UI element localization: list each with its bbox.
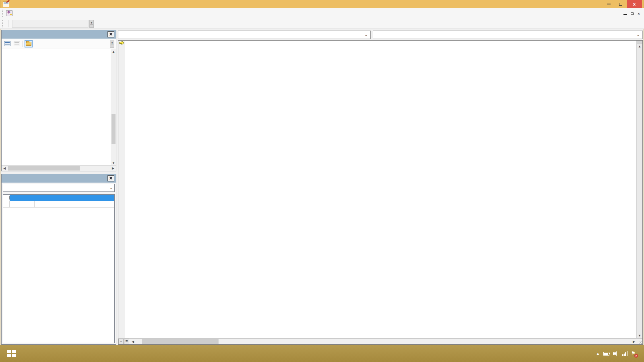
volume-icon[interactable] <box>613 351 619 356</box>
project-tree-vertical-scrollbar[interactable]: ▲ ▼ <box>111 49 116 165</box>
scroll-right-icon[interactable]: ▶ <box>110 167 116 170</box>
network-icon[interactable] <box>622 351 627 356</box>
vba-editor-window: x ✕ ▾— ✕ <box>0 0 644 362</box>
view-code-icon[interactable] <box>3 40 11 47</box>
scrollbar-thumb[interactable] <box>111 114 116 144</box>
system-tray: ▲ <box>596 345 644 362</box>
code-editor[interactable] <box>125 41 636 338</box>
view-object-icon[interactable] <box>13 40 21 47</box>
full-module-view-icon[interactable]: ☰ <box>124 339 129 344</box>
code-horizontal-scrollbar[interactable]: ◀ ▶ <box>130 339 637 344</box>
action-center-flag-icon[interactable] <box>631 351 636 356</box>
menubar-grip[interactable] <box>2 10 4 17</box>
project-panel-close-icon[interactable]: ✕ <box>107 31 114 37</box>
battery-icon[interactable] <box>603 352 609 356</box>
code-window-icon[interactable] <box>6 10 12 16</box>
scrollbar-thumb[interactable] <box>142 339 219 344</box>
menu-bar: ✕ <box>0 8 644 19</box>
toolbar-grip[interactable] <box>2 20 4 27</box>
project-tree <box>2 49 111 165</box>
project-tree-horizontal-scrollbar[interactable]: ◀ ▶ <box>2 165 116 171</box>
main-area: ✕ ▾— ▲ ▼ ◀ <box>0 29 644 345</box>
procedure-combobox[interactable]: ⌄ <box>373 31 643 39</box>
margin-indicator-bar[interactable] <box>118 41 125 338</box>
chevron-down-icon: ⌄ <box>109 186 113 190</box>
properties-grid: − <box>3 194 115 343</box>
start-button[interactable] <box>0 345 23 362</box>
toolbar-overflow-button[interactable]: ▾— <box>89 20 94 28</box>
project-toolbar-overflow-button[interactable]: ▾— <box>110 40 114 48</box>
properties-panel: ✕ ⌄ − <box>1 174 116 345</box>
titlebar: x <box>0 0 644 8</box>
vbe-app-icon <box>3 2 9 7</box>
split-handle[interactable] <box>637 41 642 43</box>
standard-toolbar: ▾— <box>0 19 644 29</box>
resize-grip <box>637 339 642 344</box>
toggle-folders-icon[interactable] <box>25 40 33 47</box>
category-header[interactable] <box>10 195 114 201</box>
minimize-button[interactable] <box>603 0 615 8</box>
left-dock: ✕ ▾— ▲ ▼ ◀ <box>0 29 116 345</box>
project-panel-toolbar: ▾— <box>2 39 116 49</box>
code-pane: ⌄ ⌄ ▲ <box>116 29 644 345</box>
docked-empty-toolbar <box>12 20 89 28</box>
restore-button[interactable] <box>615 0 627 8</box>
property-value[interactable] <box>35 201 114 207</box>
child-minimize-button[interactable] <box>623 11 627 16</box>
property-row[interactable] <box>3 201 114 208</box>
scroll-right-icon[interactable]: ▶ <box>631 340 637 343</box>
tray-expand-icon[interactable]: ▲ <box>596 352 600 356</box>
property-name <box>10 201 35 207</box>
project-explorer-panel: ✕ ▾— ▲ ▼ ◀ <box>1 30 116 171</box>
windows-logo-icon <box>7 350 16 357</box>
scrollbar-thumb[interactable] <box>8 166 80 171</box>
scroll-left-icon[interactable]: ◀ <box>130 340 136 343</box>
windows-taskbar: ▲ <box>0 345 644 362</box>
scroll-up-icon[interactable]: ▲ <box>637 43 642 49</box>
object-selector-combobox[interactable]: ⌄ <box>3 184 115 192</box>
chevron-down-icon: ⌄ <box>365 33 368 37</box>
close-button[interactable]: x <box>627 0 642 8</box>
child-restore-button[interactable] <box>631 11 634 16</box>
scroll-up-icon[interactable]: ▲ <box>111 49 116 54</box>
child-close-button[interactable]: ✕ <box>638 11 640 16</box>
scroll-left-icon[interactable]: ◀ <box>2 167 7 170</box>
properties-panel-header[interactable]: ✕ <box>2 174 116 183</box>
current-statement-arrow-icon <box>119 41 124 45</box>
properties-panel-close-icon[interactable]: ✕ <box>107 175 114 181</box>
object-combobox[interactable]: ⌄ <box>118 31 371 39</box>
code-vertical-scrollbar[interactable]: ▲ ▼ <box>636 41 642 338</box>
chevron-down-icon: ⌄ <box>637 33 640 37</box>
procedure-view-icon[interactable]: ≡ <box>118 339 124 344</box>
scroll-down-icon[interactable]: ▼ <box>637 333 642 338</box>
code-window: ▲ ▼ ≡ ☰ ◀ ▶ <box>118 40 643 345</box>
scroll-down-icon[interactable]: ▼ <box>111 160 116 165</box>
project-panel-header[interactable]: ✕ <box>2 30 116 39</box>
